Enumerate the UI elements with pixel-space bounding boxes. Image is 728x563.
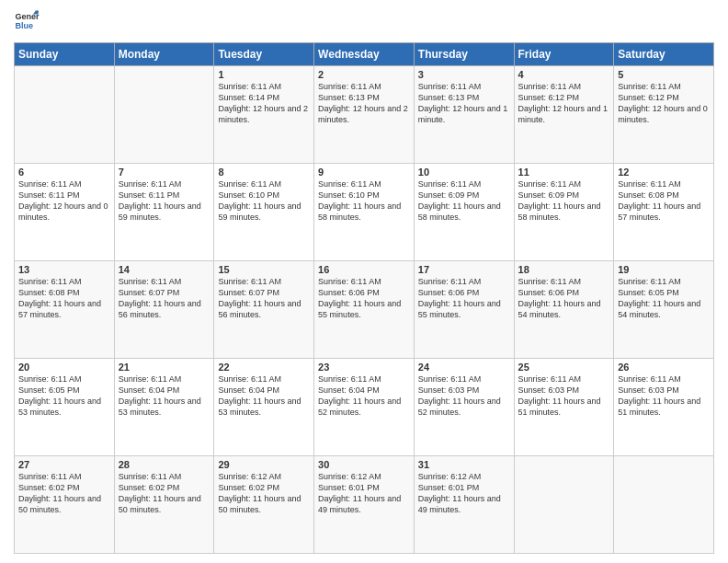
cell-info: Sunrise: 6:11 AM Sunset: 6:12 PM Dayligh…: [518, 81, 610, 126]
calendar-week-3: 13Sunrise: 6:11 AM Sunset: 6:08 PM Dayli…: [15, 261, 714, 359]
header-day-monday: Monday: [114, 43, 214, 66]
calendar-cell: 5Sunrise: 6:11 AM Sunset: 6:12 PM Daylig…: [614, 66, 714, 164]
day-number: 10: [418, 167, 510, 178]
calendar-week-1: 1Sunrise: 6:11 AM Sunset: 6:14 PM Daylig…: [15, 66, 714, 164]
calendar-cell: 24Sunrise: 6:11 AM Sunset: 6:03 PM Dayli…: [414, 359, 514, 456]
cell-info: Sunrise: 6:11 AM Sunset: 6:09 PM Dayligh…: [518, 178, 610, 224]
cell-info: Sunrise: 6:11 AM Sunset: 6:10 PM Dayligh…: [318, 178, 410, 224]
calendar-cell: [15, 66, 115, 164]
calendar-cell: 30Sunrise: 6:12 AM Sunset: 6:01 PM Dayli…: [314, 456, 415, 554]
cell-info: Sunrise: 6:12 AM Sunset: 6:01 PM Dayligh…: [418, 471, 510, 516]
calendar-cell: 23Sunrise: 6:11 AM Sunset: 6:04 PM Dayli…: [314, 359, 415, 456]
header-day-thursday: Thursday: [414, 43, 514, 66]
day-number: 5: [618, 69, 710, 80]
cell-info: Sunrise: 6:12 AM Sunset: 6:01 PM Dayligh…: [318, 471, 410, 516]
day-number: 13: [18, 264, 110, 275]
calendar-cell: 4Sunrise: 6:11 AM Sunset: 6:12 PM Daylig…: [514, 66, 614, 164]
calendar-week-5: 27Sunrise: 6:11 AM Sunset: 6:02 PM Dayli…: [15, 456, 714, 554]
calendar-cell: 28Sunrise: 6:11 AM Sunset: 6:02 PM Dayli…: [114, 456, 214, 554]
header-day-friday: Friday: [514, 43, 614, 66]
cell-info: Sunrise: 6:11 AM Sunset: 6:05 PM Dayligh…: [18, 373, 110, 419]
calendar-week-4: 20Sunrise: 6:11 AM Sunset: 6:05 PM Dayli…: [15, 359, 714, 456]
day-number: 23: [318, 362, 410, 373]
day-number: 12: [618, 167, 710, 178]
cell-info: Sunrise: 6:11 AM Sunset: 6:10 PM Dayligh…: [218, 178, 310, 224]
page: General Blue SundayMondayTuesdayWednesda…: [0, 0, 728, 563]
day-number: 22: [218, 362, 310, 373]
calendar-cell: 20Sunrise: 6:11 AM Sunset: 6:05 PM Dayli…: [15, 359, 115, 456]
day-number: 17: [418, 264, 510, 275]
day-number: 2: [318, 69, 410, 80]
cell-info: Sunrise: 6:11 AM Sunset: 6:11 PM Dayligh…: [18, 178, 110, 224]
day-number: 9: [318, 167, 410, 178]
cell-info: Sunrise: 6:11 AM Sunset: 6:04 PM Dayligh…: [218, 373, 310, 419]
calendar-cell: 2Sunrise: 6:11 AM Sunset: 6:13 PM Daylig…: [314, 66, 415, 164]
cell-info: Sunrise: 6:11 AM Sunset: 6:08 PM Dayligh…: [618, 178, 710, 224]
cell-info: Sunrise: 6:11 AM Sunset: 6:03 PM Dayligh…: [518, 373, 610, 419]
cell-info: Sunrise: 6:11 AM Sunset: 6:12 PM Dayligh…: [618, 81, 710, 126]
day-number: 7: [119, 167, 210, 178]
day-number: 16: [318, 264, 410, 275]
day-number: 4: [518, 69, 610, 80]
day-number: 1: [218, 69, 310, 80]
cell-info: Sunrise: 6:11 AM Sunset: 6:05 PM Dayligh…: [618, 276, 710, 321]
calendar-cell: 1Sunrise: 6:11 AM Sunset: 6:14 PM Daylig…: [214, 66, 314, 164]
calendar-cell: 21Sunrise: 6:11 AM Sunset: 6:04 PM Dayli…: [114, 359, 214, 456]
day-number: 30: [318, 459, 410, 470]
cell-info: Sunrise: 6:11 AM Sunset: 6:14 PM Dayligh…: [218, 81, 310, 126]
day-number: 29: [218, 459, 310, 470]
logo: General Blue: [14, 9, 40, 35]
calendar-cell: 27Sunrise: 6:11 AM Sunset: 6:02 PM Dayli…: [15, 456, 115, 554]
calendar-cell: 31Sunrise: 6:12 AM Sunset: 6:01 PM Dayli…: [414, 456, 514, 554]
day-number: 28: [119, 459, 210, 470]
calendar-cell: 10Sunrise: 6:11 AM Sunset: 6:09 PM Dayli…: [414, 164, 514, 261]
cell-info: Sunrise: 6:11 AM Sunset: 6:02 PM Dayligh…: [18, 471, 110, 516]
day-number: 24: [418, 362, 510, 373]
calendar-cell: 7Sunrise: 6:11 AM Sunset: 6:11 PM Daylig…: [114, 164, 214, 261]
header-day-saturday: Saturday: [614, 43, 714, 66]
day-number: 15: [218, 264, 310, 275]
calendar-cell: 8Sunrise: 6:11 AM Sunset: 6:10 PM Daylig…: [214, 164, 314, 261]
calendar-table: SundayMondayTuesdayWednesdayThursdayFrid…: [14, 42, 714, 554]
header-day-sunday: Sunday: [15, 43, 115, 66]
calendar-cell: 6Sunrise: 6:11 AM Sunset: 6:11 PM Daylig…: [15, 164, 115, 261]
cell-info: Sunrise: 6:11 AM Sunset: 6:06 PM Dayligh…: [318, 276, 410, 321]
day-number: 27: [18, 459, 110, 470]
calendar-cell: 11Sunrise: 6:11 AM Sunset: 6:09 PM Dayli…: [514, 164, 614, 261]
day-number: 18: [518, 264, 610, 275]
day-number: 21: [119, 362, 210, 373]
cell-info: Sunrise: 6:12 AM Sunset: 6:02 PM Dayligh…: [218, 471, 310, 516]
cell-info: Sunrise: 6:11 AM Sunset: 6:04 PM Dayligh…: [119, 373, 210, 419]
calendar-cell: [114, 66, 214, 164]
day-number: 8: [218, 167, 310, 178]
calendar-header-row: SundayMondayTuesdayWednesdayThursdayFrid…: [15, 43, 714, 66]
cell-info: Sunrise: 6:11 AM Sunset: 6:07 PM Dayligh…: [218, 276, 310, 321]
cell-info: Sunrise: 6:11 AM Sunset: 6:02 PM Dayligh…: [119, 471, 210, 516]
calendar-cell: 22Sunrise: 6:11 AM Sunset: 6:04 PM Dayli…: [214, 359, 314, 456]
calendar-cell: 9Sunrise: 6:11 AM Sunset: 6:10 PM Daylig…: [314, 164, 415, 261]
day-number: 11: [518, 167, 610, 178]
day-number: 31: [418, 459, 510, 470]
calendar-cell: 14Sunrise: 6:11 AM Sunset: 6:07 PM Dayli…: [114, 261, 214, 359]
header-day-tuesday: Tuesday: [214, 43, 314, 66]
logo-icon: General Blue: [14, 9, 40, 35]
calendar-cell: 12Sunrise: 6:11 AM Sunset: 6:08 PM Dayli…: [614, 164, 714, 261]
cell-info: Sunrise: 6:11 AM Sunset: 6:03 PM Dayligh…: [618, 373, 710, 419]
calendar-cell: [614, 456, 714, 554]
calendar-cell: 29Sunrise: 6:12 AM Sunset: 6:02 PM Dayli…: [214, 456, 314, 554]
cell-info: Sunrise: 6:11 AM Sunset: 6:13 PM Dayligh…: [418, 81, 510, 126]
calendar-cell: 15Sunrise: 6:11 AM Sunset: 6:07 PM Dayli…: [214, 261, 314, 359]
day-number: 14: [119, 264, 210, 275]
cell-info: Sunrise: 6:11 AM Sunset: 6:04 PM Dayligh…: [318, 373, 410, 419]
header-day-wednesday: Wednesday: [314, 43, 415, 66]
calendar-cell: 3Sunrise: 6:11 AM Sunset: 6:13 PM Daylig…: [414, 66, 514, 164]
calendar-cell: 26Sunrise: 6:11 AM Sunset: 6:03 PM Dayli…: [614, 359, 714, 456]
calendar-cell: 17Sunrise: 6:11 AM Sunset: 6:06 PM Dayli…: [414, 261, 514, 359]
cell-info: Sunrise: 6:11 AM Sunset: 6:08 PM Dayligh…: [18, 276, 110, 321]
calendar-cell: 13Sunrise: 6:11 AM Sunset: 6:08 PM Dayli…: [15, 261, 115, 359]
header: General Blue: [14, 9, 714, 35]
day-number: 26: [618, 362, 710, 373]
calendar-cell: 18Sunrise: 6:11 AM Sunset: 6:06 PM Dayli…: [514, 261, 614, 359]
day-number: 20: [18, 362, 110, 373]
calendar-cell: [514, 456, 614, 554]
